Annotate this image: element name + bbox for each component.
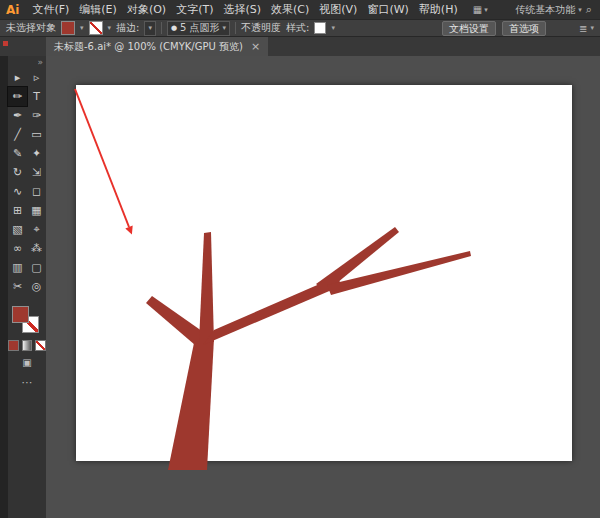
selection-tool[interactable]: ▸ <box>8 68 27 87</box>
chevron-down-icon: ▾ <box>148 24 152 32</box>
blend-tool[interactable]: ∞ <box>8 239 27 258</box>
menu-item-help[interactable]: 帮助(H) <box>414 2 463 17</box>
style-label: 样式: <box>286 21 309 35</box>
chevron-down-icon: ▾ <box>590 24 594 32</box>
pen-tool[interactable]: ✒ <box>8 106 27 125</box>
selection-status-text: 未选择对象 <box>6 21 56 35</box>
rotate-tool[interactable]: ↻ <box>8 163 27 182</box>
left-edge-rail: » ▸ ▹ ✏ T ✒ ✑ ╱ ▭ ✎ ✦ ↻ ⇲ ∿ ◻ ⊞ ▦ ▧ ⌖ ∞ <box>0 56 46 518</box>
document-setup-button[interactable]: 文档设置 <box>442 21 496 36</box>
menu-item-effect[interactable]: 效果(C) <box>266 2 314 17</box>
gradient-button[interactable] <box>22 340 33 351</box>
control-bar: 未选择对象 ▾ ▾ 描边: ▾ ● 5 点圆形 ▾ 不透明度 样式: ▾ 文档设… <box>0 19 600 37</box>
brush-dot-icon: ● <box>171 24 177 32</box>
panel-menu-icon: ≣ <box>579 23 587 34</box>
tab-bar-left-edge <box>0 37 46 56</box>
annotation-arrow-line <box>75 89 129 227</box>
free-transform-tool[interactable]: ◻ <box>27 182 46 201</box>
menu-item-view[interactable]: 视图(V) <box>314 2 362 17</box>
illustrator-window: Ai 文件(F) 编辑(E) 对象(O) 文字(T) 选择(S) 效果(C) 视… <box>0 0 600 518</box>
tree-branch-up[interactable] <box>199 232 214 342</box>
menu-item-type[interactable]: 文字(T) <box>171 2 218 17</box>
menu-bar: Ai 文件(F) 编辑(E) 对象(O) 文字(T) 选择(S) 效果(C) 视… <box>0 0 600 19</box>
artwork-overlay <box>46 56 600 518</box>
stroke-label: 描边: <box>116 21 139 35</box>
preferences-button[interactable]: 首选项 <box>502 21 546 36</box>
curvature-tool[interactable]: ✑ <box>27 106 46 125</box>
chevron-down-icon: ▾ <box>108 24 112 32</box>
style-swatch[interactable] <box>314 22 326 34</box>
line-segment-tool[interactable]: ╱ <box>8 125 27 144</box>
perspective-grid-tool[interactable]: ⊞ <box>8 201 27 220</box>
close-icon[interactable]: × <box>251 40 260 53</box>
fill-color-swatch[interactable] <box>61 21 75 35</box>
separator <box>235 22 236 34</box>
menu-item-window[interactable]: 窗口(W) <box>362 2 413 17</box>
menu-item-file[interactable]: 文件(F) <box>27 2 74 17</box>
separator <box>161 22 162 34</box>
eyedropper-tool[interactable]: ⌖ <box>27 220 46 239</box>
chevron-down-icon: ▾ <box>331 24 335 32</box>
edit-toolbar-ellipsis-icon[interactable]: ⋯ <box>8 376 46 389</box>
annotation-arrow <box>75 89 133 234</box>
direct-selection-tool[interactable]: ▹ <box>27 68 46 87</box>
chevron-down-icon: ▾ <box>578 6 582 14</box>
rectangle-tool[interactable]: ▭ <box>27 125 46 144</box>
type-tool[interactable]: T <box>27 87 46 106</box>
artboard-tool[interactable]: ▢ <box>27 258 46 277</box>
document-tab-title: 未标题-6.ai* @ 100% (CMYK/GPU 预览) <box>54 40 243 54</box>
stroke-weight-dropdown[interactable]: ▾ <box>144 21 156 36</box>
column-graph-tool[interactable]: ▥ <box>8 258 27 277</box>
document-tab[interactable]: 未标题-6.ai* @ 100% (CMYK/GPU 预览) × <box>46 37 268 56</box>
workspace-label: 传统基本功能 <box>515 3 575 17</box>
fill-stroke-indicator <box>8 304 46 338</box>
menu-item-select[interactable]: 选择(S) <box>218 2 266 17</box>
panel-grid-icon: ▦ <box>473 4 482 15</box>
menu-item-edit[interactable]: 编辑(E) <box>74 2 122 17</box>
opacity-label[interactable]: 不透明度 <box>241 21 281 35</box>
none-button[interactable] <box>35 340 46 351</box>
control-bar-buttons: 文档设置 首选项 <box>442 21 546 36</box>
chevron-down-icon: ▾ <box>484 6 488 14</box>
width-tool[interactable]: ∿ <box>8 182 27 201</box>
menu-item-object[interactable]: 对象(O) <box>122 2 171 17</box>
symbol-sprayer-tool[interactable]: ⁂ <box>27 239 46 258</box>
chevron-down-icon: ▾ <box>80 24 84 32</box>
collapsed-panel-indicator <box>3 41 8 46</box>
gradient-tool[interactable]: ▧ <box>8 220 27 239</box>
brush-definition-dropdown[interactable]: ● 5 点圆形 ▾ <box>167 21 230 36</box>
scale-tool[interactable]: ⇲ <box>27 163 46 182</box>
tree-shape[interactable] <box>146 227 471 470</box>
slice-tool[interactable]: ✂ <box>8 277 27 296</box>
tools-panel: » ▸ ▹ ✏ T ✒ ✑ ╱ ▭ ✎ ✦ ↻ ⇲ ∿ ◻ ⊞ ▦ ▧ ⌖ ∞ <box>8 56 46 518</box>
document-tab-bar: 未标题-6.ai* @ 100% (CMYK/GPU 预览) × <box>0 37 600 56</box>
shaper-tool[interactable]: ✦ <box>27 144 46 163</box>
mesh-tool[interactable]: ▦ <box>27 201 46 220</box>
zoom-tool[interactable]: ◎ <box>27 277 46 296</box>
tool-grid: ▸ ▹ ✏ T ✒ ✑ ╱ ▭ ✎ ✦ ↻ ⇲ ∿ ◻ ⊞ ▦ ▧ ⌖ ∞ ⁂ <box>8 68 46 296</box>
arrange-documents-button[interactable]: ▦ ▾ <box>473 4 488 15</box>
tree-trunk[interactable] <box>168 338 214 470</box>
pencil-tool[interactable]: ✏ <box>8 87 27 106</box>
chevron-down-icon: ▾ <box>223 24 227 32</box>
app-logo: Ai <box>0 3 27 17</box>
canvas-pasteboard[interactable] <box>46 56 600 518</box>
paintbrush-tool[interactable]: ✎ <box>8 144 27 163</box>
workspace-switcher[interactable]: 传统基本功能 ▾ <box>515 3 586 17</box>
search-icon[interactable]: ⌕ <box>586 3 600 16</box>
fill-indicator-swatch[interactable] <box>12 306 29 323</box>
brush-value: 5 点圆形 <box>180 21 220 35</box>
drawing-mode-icon[interactable]: ▣ <box>8 357 46 368</box>
color-button[interactable] <box>8 340 19 351</box>
stroke-color-swatch[interactable] <box>89 21 103 35</box>
toolbar-collapse-icon[interactable]: » <box>8 56 46 68</box>
control-panel-menu[interactable]: ≣ ▾ <box>579 23 594 34</box>
color-mode-buttons <box>8 340 46 351</box>
